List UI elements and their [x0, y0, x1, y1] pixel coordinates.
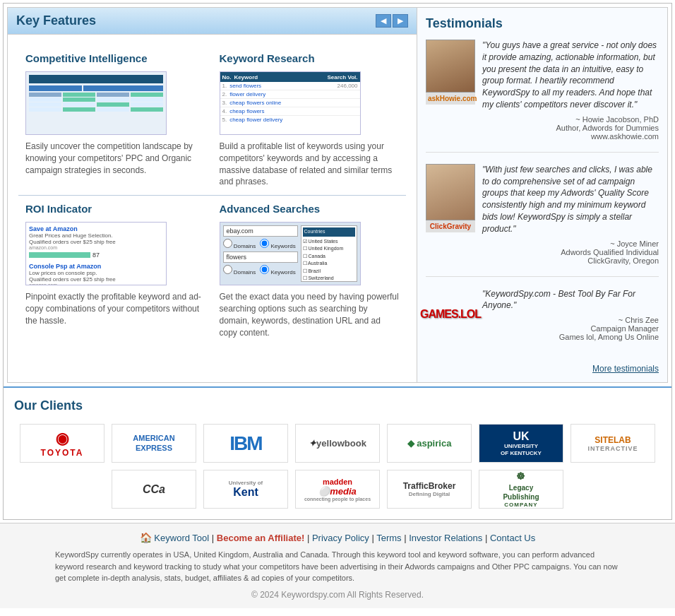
next-arrow[interactable]: ▶	[393, 14, 408, 28]
testimonial-chris-quote: "KeywordSpy.com - Best Tool By Far For A…	[482, 288, 659, 312]
feature-kr-title: Keyword Research	[220, 52, 400, 64]
testimonial-howie: askHowie.com "You guys have a great serv…	[426, 40, 659, 153]
testimonial-joyce-credit: ~ Joyce Miner Adwords Qualified Individu…	[482, 239, 659, 265]
privacy-link[interactable]: Privacy Policy	[312, 533, 369, 543]
contact-link[interactable]: Contact Us	[490, 533, 535, 543]
testimonial-joyce: ClickGravity "With just few searches and…	[426, 164, 659, 277]
testimonial-howie-quote: "You guys have a great service - not onl…	[482, 40, 659, 111]
key-features-title: Key Features	[16, 13, 96, 28]
investor-link[interactable]: Investor Relations	[409, 533, 482, 543]
features-grid: Competitive Intelligence	[8, 35, 417, 356]
nav-arrows: ◀ ▶	[376, 14, 408, 28]
client-sitelab: SITELAB INTERACTIVE	[571, 424, 655, 463]
key-features-header: Key Features ◀ ▶	[8, 8, 417, 35]
keyword-tool-link[interactable]: Keyword Tool	[154, 533, 209, 543]
client-amex: AMERICANEXPRESS	[112, 424, 196, 463]
footer-sep-2: |	[307, 533, 312, 543]
client-uk: UK UNIVERSITYOF KENTUCKY	[479, 424, 563, 463]
feature-roi-title: ROI Indicator	[25, 203, 205, 215]
clients-section: Our Clients ◉ TOYOTA AMERICANEXPRESS IBM…	[4, 386, 671, 519]
home-icon: 🏠	[140, 532, 152, 543]
affiliate-link[interactable]: Become an Affiliate!	[217, 533, 305, 543]
testimonial-joyce-content: "With just few searches and clicks, I wa…	[482, 164, 659, 265]
feature-as-desc: Get the exact data you need by having po…	[220, 291, 400, 338]
feature-ci-desc: Easily uncover the competition landscape…	[25, 141, 205, 176]
feature-advanced-searches: Advanced Searches ebay.com Domains Keywo…	[213, 196, 407, 345]
prev-arrow[interactable]: ◀	[376, 14, 391, 28]
testimonial-joyce-avatar: ClickGravity	[426, 164, 475, 265]
feature-keyword-research: Keyword Research No. Keyword Search Vol.…	[213, 45, 407, 195]
clients-title: Our Clients	[14, 398, 661, 413]
testimonial-chris-credit: ~ Chris Zee Campaign Manager Games lol, …	[482, 316, 659, 341]
feature-ci-image	[25, 71, 167, 135]
client-yellowbook: ✦yellowbook	[295, 424, 380, 463]
feature-roi-indicator: ROI Indicator Save at Amazon Great Price…	[18, 196, 213, 345]
client-trafficbroker: TrafficBroker Defining Digital	[387, 470, 472, 509]
client-legacy: ☸ Legacy Publishing COMPANY	[479, 470, 563, 509]
terms-link[interactable]: Terms	[376, 533, 401, 543]
testimonials-panel: Testimonials askHowie.com "You guys have…	[417, 8, 667, 382]
client-ibm: IBM	[203, 424, 288, 463]
footer-sep-5: |	[485, 533, 490, 543]
testimonial-howie-avatar: askHowie.com	[426, 40, 475, 141]
feature-roi-desc: Pinpoint exactly the profitable keyword …	[25, 291, 205, 326]
client-cca: CCa	[112, 470, 196, 509]
feature-kr-image: No. Keyword Search Vol. 1.send flowers24…	[220, 71, 361, 135]
feature-as-title: Advanced Searches	[220, 203, 400, 215]
footer-description: KeywordSpy currently operates in USA, Un…	[55, 549, 620, 584]
footer-links: 🏠 Keyword Tool | Become an Affiliate! | …	[8, 532, 667, 543]
client-toyota: ◉ TOYOTA	[20, 424, 104, 463]
feature-roi-image: Save at Amazon Great Prices and Huge Sel…	[25, 222, 167, 285]
client-aspirica: ◆ aspirica	[387, 424, 472, 463]
feature-competitive-intelligence: Competitive Intelligence	[18, 45, 213, 195]
testimonial-howie-content: "You guys have a great service - not onl…	[482, 40, 659, 141]
main-content: Key Features ◀ ▶ Competitive Intelligenc…	[7, 7, 668, 383]
testimonial-howie-credit: ~ Howie Jacobson, PhD Author, Adwords fo…	[482, 115, 659, 141]
testimonial-joyce-quote: "With just few searches and clicks, I wa…	[482, 164, 659, 235]
more-testimonials-link[interactable]: More testimonials	[426, 364, 659, 374]
footer-copyright: © 2024 Keywordspy.com All Rights Reserve…	[8, 590, 667, 600]
footer-sep-1: |	[212, 533, 217, 543]
testimonials-title: Testimonials	[426, 16, 659, 31]
client-kent: University of Kent	[203, 470, 288, 509]
testimonial-chris: GAMES.LOL "KeywordSpy.com - Best Tool By…	[426, 288, 659, 353]
client-madden: madden ⚪media connecting people to place…	[295, 470, 380, 509]
feature-kr-desc: Build a profitable list of keywords usin…	[220, 141, 400, 188]
feature-ci-title: Competitive Intelligence	[25, 52, 205, 64]
key-features-panel: Key Features ◀ ▶ Competitive Intelligenc…	[8, 8, 417, 382]
clients-logo-grid: ◉ TOYOTA AMERICANEXPRESS IBM ✦yellowbook…	[14, 424, 661, 509]
testimonial-chris-avatar: GAMES.LOL	[426, 288, 475, 342]
testimonial-chris-content: "KeywordSpy.com - Best Tool By Far For A…	[482, 288, 659, 342]
feature-as-image: ebay.com Domains Keywords flowers Domain…	[220, 222, 361, 285]
footer: 🏠 Keyword Tool | Become an Affiliate! | …	[0, 523, 675, 608]
